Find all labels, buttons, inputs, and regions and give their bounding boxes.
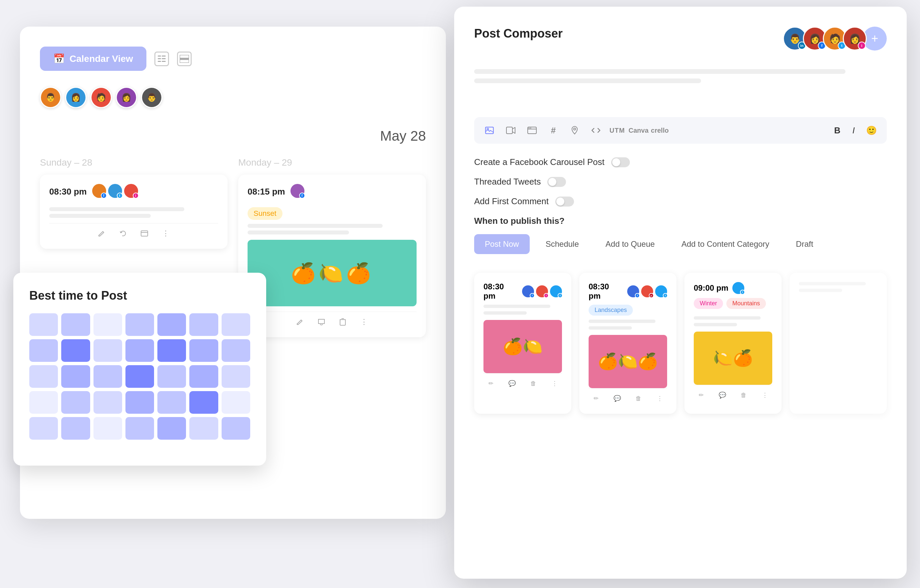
fb-b2: f (635, 293, 640, 298)
utm-label[interactable]: UTM (610, 123, 625, 138)
svg-point-19 (529, 128, 530, 129)
image-icon[interactable] (482, 123, 497, 138)
edit-icon[interactable]: ✏ (485, 378, 497, 389)
bold-button[interactable]: B (831, 124, 843, 137)
post-avatar-b: t (108, 184, 122, 198)
svg-rect-3 (162, 58, 166, 59)
more-icon[interactable]: ⋮ (358, 316, 370, 328)
add-to-content-category-button[interactable]: Add to Content Category (671, 234, 780, 254)
best-time-panel: Best time to Post (13, 273, 266, 465)
comment-icon[interactable]: 💬 (506, 378, 518, 389)
edit-icon[interactable] (294, 316, 306, 328)
landscapes-tag: Landscapes (589, 305, 633, 316)
fb-badge: f (101, 192, 107, 199)
delete-icon[interactable]: 🗑 (738, 389, 750, 401)
grid-view-icon[interactable] (177, 52, 192, 66)
card1-time: 08:30 pm (483, 282, 518, 300)
heatmap-cell (222, 313, 250, 336)
bottom-card-2: 08:30 pm f p t Landscapes 🍊🍋🍊 (579, 273, 677, 414)
canva-label[interactable]: Canva (631, 123, 646, 138)
edit-icon[interactable] (96, 228, 108, 239)
heatmap-cell (29, 417, 58, 440)
card2-time: 08:30 pm (589, 282, 623, 300)
delete-icon[interactable]: 🗑 (527, 378, 539, 389)
first-comment-toggle[interactable] (556, 197, 574, 207)
draft-button[interactable]: Draft (785, 234, 824, 254)
calendar-view-button[interactable]: 📅 Calendar View (40, 47, 146, 71)
heatmap-cell (94, 417, 122, 440)
line (483, 311, 527, 315)
carousel-option-row: Create a Facebook Carousel Post (474, 157, 887, 167)
post-now-button[interactable]: Post Now (474, 234, 530, 254)
comment-icon[interactable]: 💬 (716, 389, 728, 401)
toggle-knob (556, 197, 564, 205)
post-lines-2 (248, 224, 416, 234)
more-icon[interactable]: ⋮ (549, 378, 560, 389)
card1-actions: ✏ 💬 🗑 ⋮ (483, 373, 562, 389)
svg-rect-4 (158, 61, 161, 62)
location-icon[interactable] (567, 123, 582, 138)
comment-icon[interactable]: 💬 (611, 393, 623, 404)
heatmap-cell (29, 365, 58, 388)
instagram-badge: i (858, 42, 866, 50)
heatmap-cell (157, 313, 186, 336)
edit-icon[interactable]: ✏ (695, 389, 707, 401)
delete-icon[interactable]: 🗑 (633, 393, 645, 404)
tw-badge: t (117, 192, 123, 199)
schedule-icon[interactable] (138, 228, 151, 239)
italic-button[interactable]: I (850, 124, 857, 137)
heatmap-cell (29, 339, 58, 362)
heatmap-cell (29, 313, 58, 336)
emoji-icon[interactable]: 🙂 (864, 123, 879, 138)
avatar-2[interactable]: 👩 (65, 87, 86, 108)
threaded-toggle[interactable] (547, 177, 566, 187)
undo-icon[interactable] (117, 228, 129, 239)
card1-av2: i (536, 285, 548, 297)
heatmap-cell (222, 391, 250, 414)
more-icon[interactable]: ⋮ (759, 389, 771, 401)
line (694, 316, 761, 320)
carousel-toggle[interactable] (611, 157, 630, 167)
post-card-2: 08:15 pm f Sunset 🍊🍋🍊 (238, 174, 426, 337)
hashtag-icon[interactable]: # (546, 123, 560, 138)
crello-label[interactable]: crello (653, 123, 667, 138)
line (694, 323, 737, 326)
account-instagram[interactable]: 👩 i (843, 27, 867, 50)
card1-av1: f (522, 285, 534, 297)
post-actions-2: ⋮ (248, 312, 416, 328)
svg-rect-6 (180, 55, 189, 58)
comment-icon[interactable] (316, 316, 327, 328)
tw-b2: t (663, 293, 668, 298)
edit-icon[interactable]: ✏ (590, 393, 602, 404)
composer-text-area[interactable] (474, 66, 887, 107)
heatmap-cell (222, 417, 250, 440)
video-icon[interactable] (504, 123, 518, 138)
tw-b: t (558, 293, 563, 298)
carousel-option-label: Create a Facebook Carousel Post (474, 157, 604, 167)
delete-icon[interactable] (337, 316, 349, 328)
list-view-icon[interactable] (154, 52, 169, 66)
heatmap-cell (125, 339, 154, 362)
more-icon[interactable]: ⋮ (654, 393, 666, 404)
calendar-icon: 📅 (53, 53, 65, 64)
avatar-1[interactable]: 👨 (40, 87, 61, 108)
heatmap-cell (157, 391, 186, 414)
code-icon[interactable] (589, 123, 603, 138)
card1-image: 🍊🍋 (483, 320, 562, 373)
post-avatars-1: f t i (92, 184, 138, 198)
line (799, 282, 866, 285)
avatar-4[interactable]: 👩 (116, 87, 137, 108)
sunset-tag: Sunset (248, 207, 282, 220)
avatar-3[interactable]: 🧑 (91, 87, 112, 108)
schedule-button[interactable]: Schedule (535, 234, 590, 254)
heatmap-cell (157, 365, 186, 388)
post-lines-1 (49, 207, 218, 218)
avatar-5[interactable]: 👨 (141, 87, 162, 108)
add-to-queue-button[interactable]: Add to Queue (595, 234, 666, 254)
browser-icon[interactable] (525, 123, 539, 138)
more-icon[interactable]: ⋮ (160, 228, 172, 239)
heatmap-cell (61, 313, 90, 336)
line (589, 326, 632, 330)
heatmap-cell (190, 391, 218, 414)
heatmap-cell (94, 365, 122, 388)
